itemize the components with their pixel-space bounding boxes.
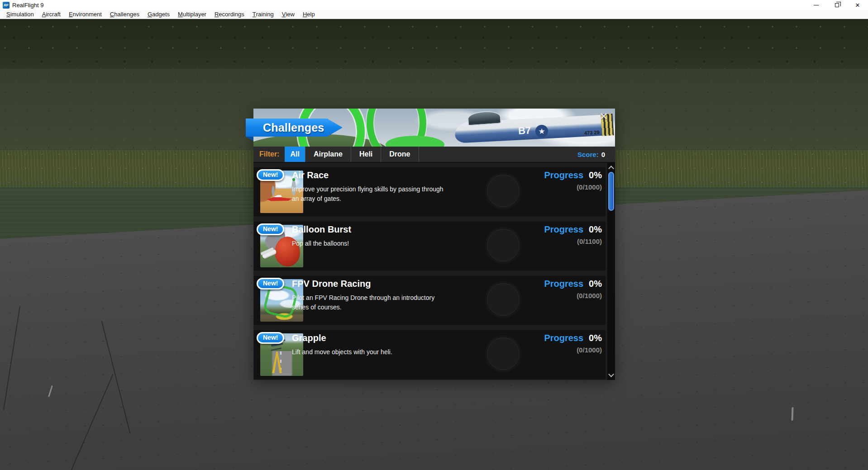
challenge-row[interactable]: New! Grapple Lift and move objects with … (254, 330, 606, 379)
filter-tabs: AllAirplaneHeliDrone (285, 147, 419, 162)
new-badge: New! (257, 278, 284, 290)
chevron-up-icon[interactable] (608, 166, 614, 171)
progress-line: Progress0% (544, 279, 602, 289)
warbird-canopy (467, 110, 501, 126)
challenge-description: Pilot an FPV Racing Drone through an int… (292, 293, 434, 312)
progress-line: Progress0% (544, 224, 602, 235)
medal-placeholder (487, 175, 520, 207)
window-title: RealFlight 9 (12, 2, 43, 9)
menu-item-gadgets[interactable]: Gadgets (143, 10, 174, 19)
menu-item-help[interactable]: Help (299, 10, 319, 19)
close-window-button[interactable]: ✕ (847, 0, 868, 10)
score-label: Score: (577, 151, 599, 158)
challenge-title: Balloon Burst (292, 224, 351, 235)
minimize-icon (814, 5, 819, 5)
dialog-close-button[interactable]: ✕ (597, 109, 610, 123)
scrollbar-thumb[interactable] (608, 172, 614, 211)
menu-item-recordings[interactable]: Recordings (210, 10, 248, 19)
progress-value: 0% (589, 170, 602, 180)
progress-fraction: (0/1000) (577, 183, 602, 191)
progress-fraction: (0/1000) (577, 346, 602, 354)
menu-item-view[interactable]: View (278, 10, 299, 19)
progress-fraction: (0/1000) (577, 292, 602, 299)
menu-item-aircraft[interactable]: Aircraft (38, 10, 65, 19)
progress-line: Progress0% (544, 333, 602, 343)
challenge-title: FPV Drone Racing (292, 279, 371, 289)
app-logo-icon: RF (3, 2, 10, 9)
progress-value: 0% (589, 279, 602, 289)
challenges-dialog: B7 ★ 473 29 ✕ Challenges Filter: AllAirp… (253, 109, 615, 380)
filter-tab-all[interactable]: All (285, 147, 305, 162)
menu-item-training[interactable]: Training (248, 10, 278, 19)
progress-value: 0% (589, 224, 602, 234)
progress-label: Progress (544, 279, 583, 289)
progress-value: 0% (589, 333, 602, 343)
close-icon: ✕ (855, 2, 860, 8)
filter-tab-heli[interactable]: Heli (351, 147, 381, 162)
warbird-code: B7 (518, 124, 531, 137)
new-badge: New! (257, 332, 284, 344)
medal-placeholder (487, 283, 520, 316)
warbird-star-roundel: ★ (535, 125, 548, 138)
progress-label: Progress (544, 224, 583, 234)
challenge-description: Pop all the balloons! (292, 239, 349, 248)
challenge-list-scrollbar[interactable] (607, 163, 615, 380)
banner-warbird: B7 ★ 473 29 (434, 109, 615, 147)
tarmac-crack (59, 374, 114, 470)
challenge-row[interactable]: New! FPV Drone Racing Pilot an FPV Racin… (254, 276, 606, 325)
dialog-title: Challenges (246, 121, 324, 134)
menu-bar: SimulationAircraftEnvironmentChallengesG… (0, 10, 868, 19)
new-badge: New! (257, 169, 284, 181)
score-display: Score: 0 (577, 147, 615, 162)
score-value: 0 (601, 151, 605, 158)
medal-placeholder (487, 337, 520, 370)
minimize-button[interactable] (806, 0, 826, 10)
runway-marking (48, 385, 53, 397)
challenge-row[interactable]: New! Balloon Burst Pop all the balloons!… (254, 222, 606, 271)
tree-line (0, 19, 868, 69)
challenge-list: New! Air Race Improve your precision fly… (253, 163, 615, 380)
progress-label: Progress (544, 333, 583, 343)
filter-tab-airplane[interactable]: Airplane (305, 147, 351, 162)
challenge-description: Improve your precision flying skills by … (292, 185, 444, 204)
application-window: RF RealFlight 9 ✕ SimulationAircraftEnvi… (0, 0, 868, 470)
new-badge: New! (257, 223, 284, 235)
title-bar: RF RealFlight 9 ✕ (0, 0, 868, 10)
tarmac-crack (101, 321, 131, 433)
ribbon-fold (246, 137, 253, 141)
filter-tab-drone[interactable]: Drone (381, 147, 419, 162)
challenge-description: Lift and move objects with your heli. (292, 347, 392, 357)
warbird-serial-number: 473 29 (584, 129, 600, 136)
restore-button[interactable] (826, 0, 847, 10)
restore-icon (835, 3, 839, 7)
medal-placeholder (487, 229, 520, 261)
tarmac-crack (3, 306, 20, 410)
menu-item-simulation[interactable]: Simulation (2, 10, 38, 19)
progress-fraction: (0/1100) (577, 237, 602, 245)
filter-bar: Filter: AllAirplaneHeliDrone Score: 0 (253, 147, 615, 163)
menu-item-environment[interactable]: Environment (65, 10, 106, 19)
progress-label: Progress (544, 170, 583, 180)
chevron-down-icon[interactable] (608, 371, 614, 377)
challenge-title: Air Race (292, 170, 329, 180)
runway-marking (791, 407, 793, 421)
challenge-row[interactable]: New! Air Race Improve your precision fly… (254, 167, 606, 216)
menu-item-multiplayer[interactable]: Multiplayer (174, 10, 210, 19)
filter-label: Filter: (253, 147, 285, 162)
challenge-title: Grapple (292, 333, 326, 343)
dialog-title-ribbon: Challenges (246, 119, 343, 137)
progress-line: Progress0% (544, 170, 602, 180)
menu-item-challenges[interactable]: Challenges (106, 10, 143, 19)
